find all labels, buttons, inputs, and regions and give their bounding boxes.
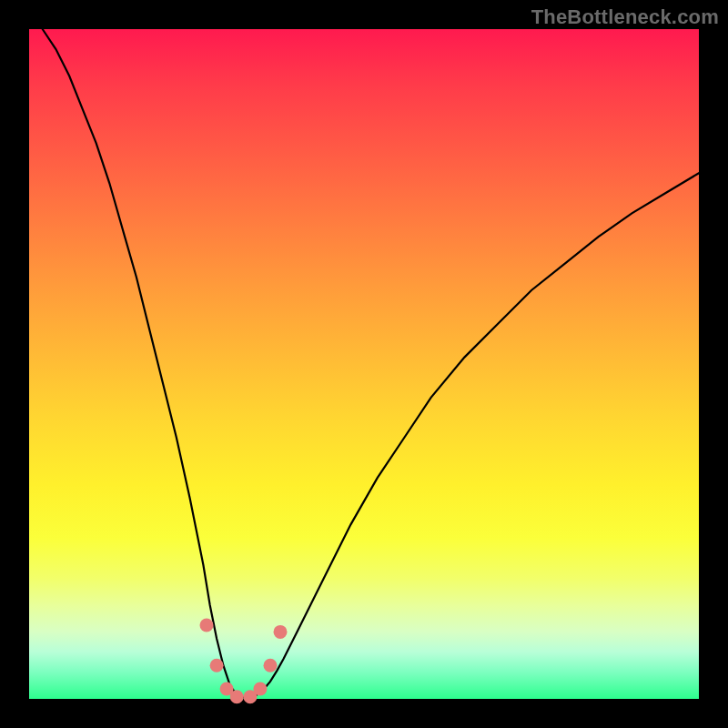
marker-point — [200, 619, 214, 632]
watermark-text: TheBottleneck.com — [531, 5, 719, 29]
marker-point — [264, 659, 278, 672]
marker-point — [230, 690, 244, 703]
marker-group — [200, 619, 288, 704]
marker-point — [274, 625, 288, 639]
curve-svg — [29, 29, 699, 699]
marker-point — [253, 682, 267, 696]
chart-frame: TheBottleneck.com — [0, 0, 728, 728]
marker-point — [210, 659, 224, 672]
bottleneck-curve — [43, 29, 699, 698]
plot-area — [29, 29, 699, 699]
